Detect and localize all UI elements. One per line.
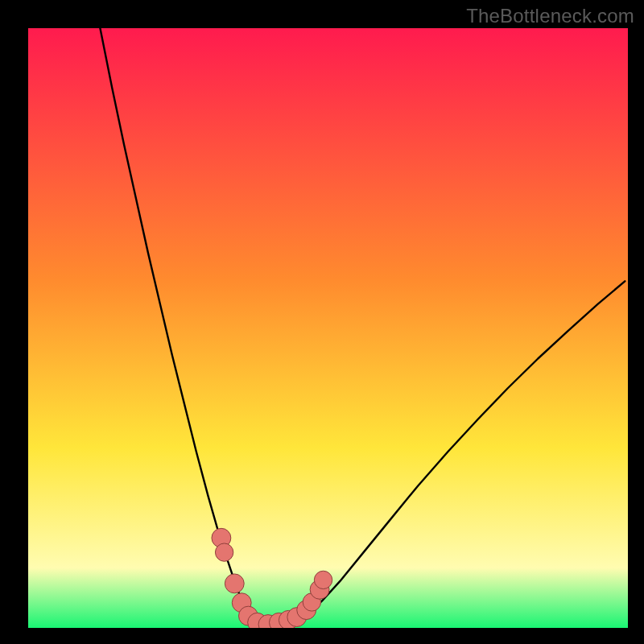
data-point [215, 543, 233, 561]
chart-frame: TheBottleneck.com [0, 0, 644, 644]
bottleneck-curve-plot [28, 28, 628, 628]
data-point [225, 574, 244, 593]
watermark-text: TheBottleneck.com [466, 5, 634, 27]
data-point [314, 571, 332, 588]
